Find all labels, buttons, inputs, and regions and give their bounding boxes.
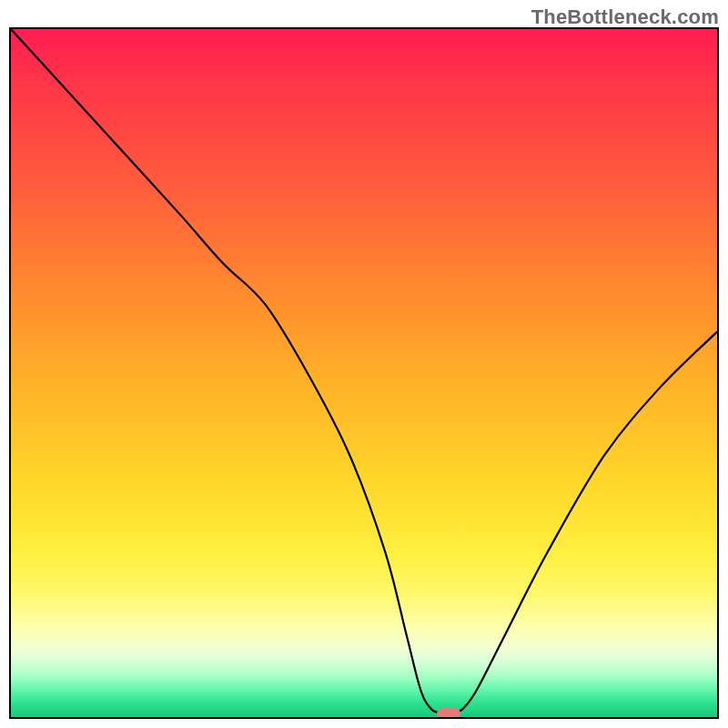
- curve-path: [11, 29, 717, 713]
- bottleneck-curve: [11, 29, 717, 717]
- optimum-marker: [437, 708, 460, 719]
- watermark-label: TheBottleneck.com: [531, 5, 719, 29]
- plot-frame: [9, 27, 719, 719]
- chart-container: TheBottleneck.com: [0, 0, 728, 728]
